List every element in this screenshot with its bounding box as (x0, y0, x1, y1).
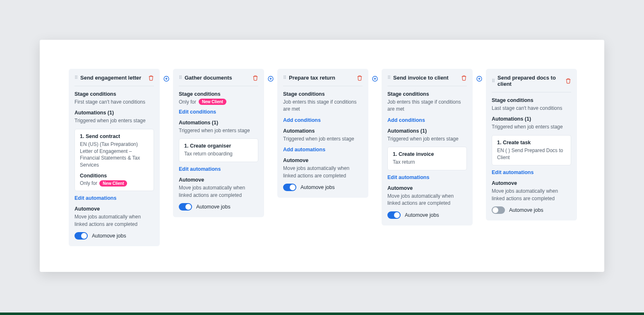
automove-toggle-row: Automove jobs (74, 232, 154, 240)
automation-conditions-label: Conditions (80, 173, 149, 179)
delete-stage-icon[interactable] (148, 75, 154, 81)
stage-wrap: ⠿Send invoice to clientStage conditionsJ… (382, 69, 486, 225)
automove-toggle[interactable] (74, 232, 88, 240)
stage-conditions-heading: Stage conditions (74, 91, 154, 97)
automations-subtext: Triggered when job enters stage (74, 117, 154, 124)
add-stage-col (264, 69, 277, 82)
automove-toggle-row: Automove jobs (492, 206, 571, 214)
add-stage-button[interactable] (163, 75, 170, 82)
stage-conditions-subtext: Job enters this stage if conditions are … (387, 99, 467, 113)
delete-stage-icon[interactable] (357, 75, 363, 81)
automove-toggle-label: Automove jobs (196, 204, 231, 210)
automation-title: 1. Create task (497, 140, 566, 145)
stage-card: ⠿Prepare tax returnStage conditionsJob e… (277, 69, 368, 198)
stage-card: ⠿Send engagement letterStage conditionsF… (69, 69, 160, 246)
automove-toggle-row: Automove jobs (283, 184, 363, 191)
add-conditions-link[interactable]: Add conditions (283, 117, 321, 123)
stage-card: ⠿Send invoice to clientStage conditionsJ… (382, 69, 473, 225)
automation-card[interactable]: 1. Create taskEN ( ) Send Prepared Docs … (492, 135, 571, 166)
automations-subtext: Triggered when job enters stage (283, 136, 363, 143)
stage-header: ⠿Send prepared docs to client (492, 75, 571, 92)
stage-wrap: ⠿Send engagement letterStage conditionsF… (69, 69, 173, 246)
new-client-pill: New Client (199, 99, 226, 105)
automation-title: 1. Create invoice (393, 151, 461, 157)
stage-conditions-heading: Stage conditions (387, 91, 467, 97)
automove-toggle-row: Automove jobs (387, 211, 467, 219)
automations-heading: Automations (1) (492, 116, 571, 122)
stage-card: ⠿Gather documentsStage conditionsOnly fo… (173, 69, 264, 217)
automove-toggle-label: Automove jobs (405, 212, 439, 218)
footer-stripe (0, 313, 644, 315)
automove-toggle[interactable] (492, 206, 505, 214)
automove-subtext: Move jobs automatically when linked acti… (283, 165, 363, 179)
automation-desc: Tax return (393, 159, 461, 166)
edit-automations-link[interactable]: Edit automations (74, 195, 116, 201)
drag-handle-icon[interactable]: ⠿ (387, 75, 391, 80)
add-conditions-link[interactable]: Add conditions (387, 117, 425, 123)
automove-heading: Automove (179, 177, 258, 183)
stage-conditions-heading: Stage conditions (179, 91, 258, 97)
stage-title: Send invoice to client (393, 75, 459, 81)
add-stage-button[interactable] (476, 75, 483, 82)
automation-card[interactable]: 1. Send contractEN (US) (Tax Preparation… (74, 129, 154, 191)
delete-stage-icon[interactable] (565, 78, 571, 84)
add-stage-col (160, 69, 173, 82)
stage-title: Send engagement letter (80, 75, 146, 81)
automove-toggle-label: Automove jobs (92, 233, 126, 239)
automove-toggle[interactable] (283, 184, 296, 191)
automove-heading: Automove (492, 180, 571, 186)
stage-header: ⠿Send invoice to client (387, 75, 467, 86)
automove-toggle-label: Automove jobs (509, 207, 543, 213)
edit-automations-link[interactable]: Edit automations (179, 166, 221, 172)
automation-card[interactable]: 1. Create invoiceTax return (387, 147, 467, 170)
add-stage-col (368, 69, 382, 82)
stage-conditions-subtext: Last stage can't have conditions (492, 105, 571, 112)
edit-automations-link[interactable]: Edit automations (492, 170, 533, 175)
edit-conditions-link[interactable]: Edit conditions (179, 109, 216, 115)
automove-subtext: Move jobs automatically when linked acti… (492, 188, 571, 202)
delete-stage-icon[interactable] (461, 75, 467, 81)
automove-heading: Automove (283, 158, 363, 163)
stage-card: ⠿Send prepared docs to clientStage condi… (486, 69, 577, 220)
stage-wrap: ⠿Gather documentsStage conditionsOnly fo… (173, 69, 277, 217)
stage-header: ⠿Prepare tax return (283, 75, 363, 86)
stage-wrap: ⠿Send prepared docs to clientStage condi… (486, 69, 577, 220)
delete-stage-icon[interactable] (252, 75, 258, 81)
automation-title: 1. Create organiser (184, 143, 253, 149)
drag-handle-icon[interactable]: ⠿ (283, 75, 286, 80)
add-automations-link[interactable]: Add automations (283, 147, 325, 153)
automove-toggle[interactable] (179, 203, 192, 211)
drag-handle-icon[interactable]: ⠿ (492, 79, 495, 83)
edit-automations-link[interactable]: Edit automations (387, 174, 429, 180)
add-stage-col (473, 69, 486, 82)
automation-conditions-line: Only for New Client (80, 180, 149, 187)
automation-card[interactable]: 1. Create organiserTax return onboarding (179, 138, 258, 162)
stage-conditions-subtext: First stage can't have conditions (74, 99, 154, 106)
only-for-label: Only for (179, 99, 196, 105)
automove-heading: Automove (387, 185, 467, 191)
stage-conditions-heading: Stage conditions (492, 97, 571, 103)
automove-toggle[interactable] (387, 211, 401, 219)
automove-subtext: Move jobs automatically when linked acti… (179, 184, 258, 199)
automation-desc: EN ( ) Send Prepared Docs to Client (497, 147, 566, 161)
drag-handle-icon[interactable]: ⠿ (74, 75, 78, 80)
only-for-label: Only for (80, 180, 99, 186)
automation-title: 1. Send contract (80, 133, 149, 139)
automations-heading: Automations (1) (74, 110, 154, 116)
add-stage-button[interactable] (267, 75, 274, 82)
add-stage-button[interactable] (372, 75, 378, 82)
automove-heading: Automove (74, 206, 154, 212)
stage-title: Send prepared docs to client (497, 75, 563, 87)
new-client-pill: New Client (99, 180, 127, 187)
automove-toggle-label: Automove jobs (300, 184, 335, 190)
automations-heading: Automations (283, 128, 363, 134)
stage-header: ⠿Send engagement letter (74, 75, 154, 86)
automove-subtext: Move jobs automatically when linked acti… (387, 193, 467, 207)
stage-conditions-heading: Stage conditions (283, 91, 363, 97)
automation-desc: EN (US) (Tax Preparation) Letter of Enga… (80, 141, 149, 169)
stage-conditions-subtext: Job enters this stage if conditions are … (283, 99, 363, 113)
stage-header: ⠿Gather documents (179, 75, 258, 86)
automove-toggle-row: Automove jobs (179, 203, 258, 211)
drag-handle-icon[interactable]: ⠿ (179, 75, 182, 80)
automations-heading: Automations (1) (179, 120, 258, 126)
